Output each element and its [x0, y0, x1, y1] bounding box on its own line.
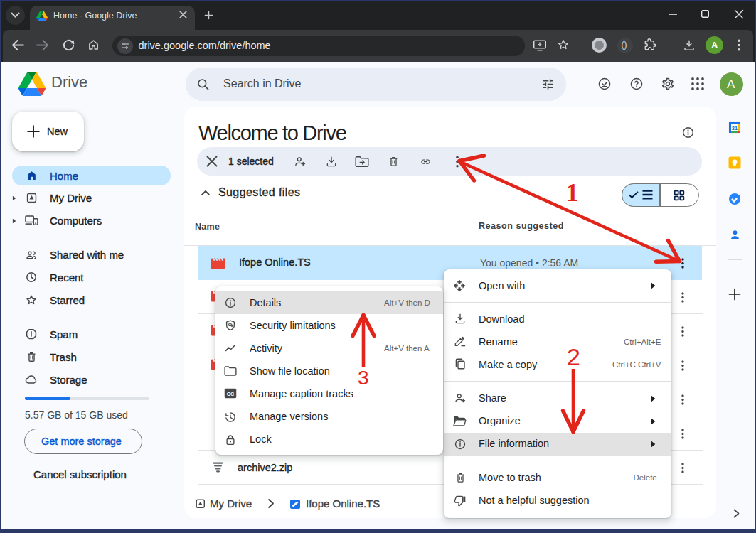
svg-text:2: 2	[567, 343, 580, 370]
svg-text:3: 3	[358, 367, 369, 389]
svg-text:1: 1	[566, 179, 579, 207]
